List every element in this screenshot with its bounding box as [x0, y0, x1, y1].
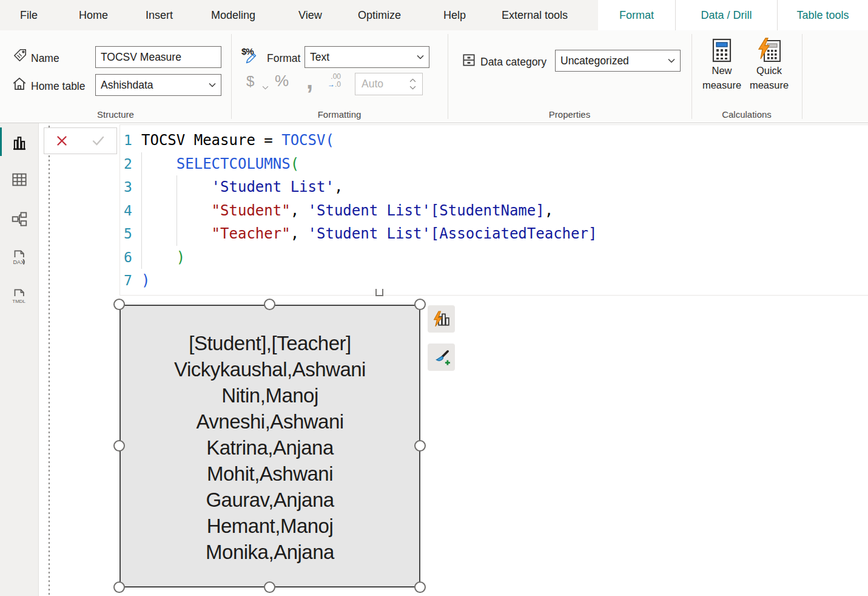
powerbi-desktop-window: File Home Insert Modeling View Optimize …: [0, 0, 868, 596]
resize-handle-middle-right[interactable]: [414, 440, 426, 452]
menu-modeling[interactable]: Modeling: [211, 0, 255, 30]
code-token: ,: [291, 202, 308, 219]
quick-measure-button[interactable]: Quick measure: [745, 38, 793, 92]
home-table-label: Home table: [31, 80, 86, 93]
commit-formula-button[interactable]: [90, 134, 106, 148]
tab-divider: [777, 0, 778, 30]
currency-format-button[interactable]: $: [246, 73, 254, 90]
build-visual-button[interactable]: [428, 305, 455, 333]
group-divider: [231, 34, 232, 119]
code-token: ): [141, 272, 150, 289]
code-token: (: [325, 132, 334, 149]
menu-external-tools[interactable]: External tools: [502, 0, 568, 30]
menu-insert[interactable]: Insert: [146, 0, 173, 30]
formula-bar-resize-handle[interactable]: [375, 289, 383, 296]
indent-guide: [141, 152, 142, 176]
formula-editor[interactable]: 1TOCSV Measure = TOCSV(2 SELECTCOLUMNS(3…: [119, 124, 868, 296]
formula-line[interactable]: 4 "Student", 'Student List'[StudentName]…: [120, 199, 868, 223]
name-label: Name: [31, 52, 59, 65]
format-select[interactable]: Text: [304, 46, 429, 68]
code-token: [141, 249, 177, 266]
menu-home[interactable]: Home: [79, 0, 108, 30]
code-text: "Teacher", 'Student List'[AssociatedTeac…: [141, 222, 597, 246]
tmdl-view-icon[interactable]: TMDL: [10, 287, 29, 305]
resize-handle-bottom-left[interactable]: [113, 581, 125, 593]
code-token: 'Student List': [212, 178, 334, 195]
currency-chevron-icon[interactable]: [262, 81, 269, 92]
chevron-up-icon[interactable]: [409, 78, 416, 83]
resize-handle-bottom-right[interactable]: [414, 581, 426, 593]
report-view-icon[interactable]: [10, 134, 29, 152]
indent-guide: [141, 246, 142, 269]
card-text: [Student],[Teacher]Vickykaushal,AshwaniN…: [121, 306, 419, 565]
table-view-icon[interactable]: [10, 171, 29, 189]
code-token: 'Student List'[AssociatedTeacher]: [308, 225, 597, 242]
new-measure-button[interactable]: New measure: [698, 38, 745, 92]
data-category-icon: [461, 52, 477, 70]
menu-view[interactable]: View: [298, 0, 322, 30]
card-text-line: Nitin,Manoj: [121, 382, 419, 408]
format-visual-button[interactable]: [428, 344, 455, 371]
resize-handle-bottom-center[interactable]: [264, 581, 275, 593]
formula-line[interactable]: 6 ): [120, 246, 868, 269]
code-token: ): [177, 249, 185, 266]
ribbon: Name Home table Ashishdata Structure $% …: [0, 30, 868, 123]
formula-line[interactable]: 7): [120, 269, 868, 293]
card-text-line: [Student],[Teacher]: [121, 330, 419, 356]
cancel-formula-button[interactable]: [55, 134, 69, 148]
data-category-label: Data category: [480, 56, 547, 69]
chevron-down-icon: [417, 55, 424, 59]
menu-optimize[interactable]: Optimize: [358, 0, 401, 30]
model-view-icon[interactable]: [10, 210, 29, 228]
card-visual[interactable]: [Student],[Teacher]Vickykaushal,AshwaniN…: [119, 305, 420, 588]
chevron-down-icon: [668, 58, 675, 63]
dax-query-view-icon[interactable]: DAX: [10, 248, 29, 266]
code-token: 'Student List'[StudentName]: [308, 202, 545, 219]
code-text: SELECTCOLUMNS(: [141, 152, 299, 176]
tab-divider: [675, 0, 676, 30]
group-divider: [691, 34, 692, 119]
resize-handle-top-center[interactable]: [264, 299, 275, 310]
decimal-places-button[interactable]: .00 →.0: [320, 73, 341, 92]
menu-help[interactable]: Help: [443, 0, 466, 30]
svg-text:TMDL: TMDL: [12, 299, 25, 304]
code-token: "Teacher": [212, 225, 291, 242]
card-text-line: Gaurav,Anjana: [121, 487, 419, 513]
resize-handle-middle-left[interactable]: [113, 440, 125, 452]
indent-guide: [141, 199, 142, 223]
report-canvas[interactable]: 1TOCSV Measure = TOCSV(2 SELECTCOLUMNS(3…: [39, 123, 868, 596]
tab-format[interactable]: Format: [598, 0, 675, 30]
thousands-separator-button[interactable]: ,: [306, 74, 313, 92]
formula-line[interactable]: 2 SELECTCOLUMNS(: [120, 152, 868, 176]
tag-icon: [12, 47, 28, 66]
decimal-places-spinner[interactable]: Auto: [355, 73, 423, 95]
card-text-line: Monika,Anjana: [121, 539, 419, 565]
menu-file[interactable]: File: [20, 0, 38, 30]
data-category-select[interactable]: Uncategorized: [555, 50, 681, 72]
formula-line[interactable]: 1TOCSV Measure = TOCSV(: [120, 129, 868, 152]
home-table-select[interactable]: Ashishdata: [95, 74, 221, 96]
arrow-icon: →: [328, 80, 335, 89]
pencil-icon: [245, 52, 257, 64]
group-divider: [802, 34, 802, 119]
resize-handle-top-left[interactable]: [113, 299, 125, 310]
formula-line[interactable]: 3 'Student List',: [120, 175, 868, 199]
calculator-icon: [710, 38, 734, 63]
card-text-line: Katrina,Anjana: [121, 435, 419, 461]
line-number: 5: [120, 222, 141, 246]
indent-guide: [177, 199, 177, 223]
tab-table-tools[interactable]: Table tools: [778, 0, 868, 30]
card-text-line: Avneshi,Ashwani: [121, 408, 419, 435]
code-token: [141, 155, 177, 172]
format-visual-icon: [432, 348, 451, 367]
chevron-down-icon[interactable]: [409, 86, 416, 90]
canvas-left-guide: [49, 126, 50, 596]
card-text-line: Hemant,Manoj: [121, 513, 419, 539]
resize-handle-top-right[interactable]: [414, 299, 426, 310]
measure-name-input[interactable]: [95, 46, 221, 68]
code-text: 'Student List',: [141, 175, 343, 199]
formula-line[interactable]: 5 "Teacher", 'Student List'[AssociatedTe…: [120, 222, 868, 246]
tab-data-drill[interactable]: Data / Drill: [676, 0, 777, 30]
code-token: "Student": [212, 202, 291, 219]
percent-format-button[interactable]: %: [275, 72, 289, 90]
